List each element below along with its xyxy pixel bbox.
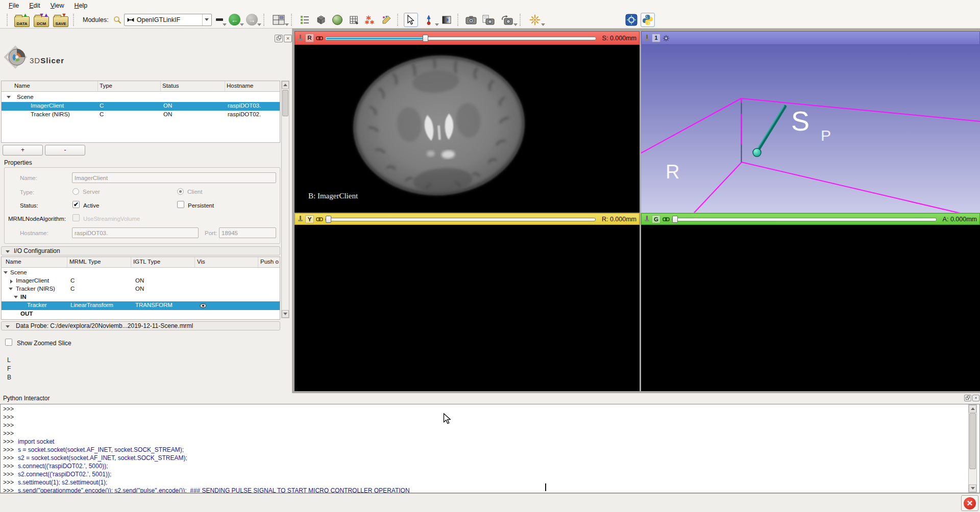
scroll-up-icon[interactable]	[282, 81, 289, 89]
threed-view[interactable]: 1	[641, 31, 980, 213]
place-fiducial-button[interactable]	[420, 13, 437, 27]
editor-button[interactable]	[379, 13, 394, 27]
io-row-tracker-nirs[interactable]: Tracker (NIRS) C ON	[2, 285, 280, 293]
red-slice-viewport[interactable]: B: ImagerClient	[295, 45, 640, 213]
hostname-input[interactable]	[72, 227, 199, 238]
persistent-checkbox[interactable]	[177, 201, 184, 208]
add-connector-button[interactable]: +	[3, 145, 43, 156]
yellow-slice-view[interactable]: Y R: 0.000mm	[295, 213, 640, 391]
combobox-dropdown-button[interactable]	[202, 14, 211, 25]
data-probe-header[interactable]: Data Probe: C:/dev/explora/20Noviemb...2…	[1, 321, 280, 330]
python-interactor-button[interactable]	[641, 13, 655, 27]
green-slice-viewport[interactable]	[641, 225, 980, 391]
expand-icon[interactable]	[14, 296, 18, 298]
volume-rendering-cube-button[interactable]	[314, 13, 328, 27]
scroll-down-icon[interactable]	[969, 484, 976, 492]
connector-name-input[interactable]	[72, 172, 276, 183]
slider-handle[interactable]	[423, 35, 428, 42]
error-log-button[interactable]: ✕	[961, 495, 978, 511]
expand-icon[interactable]	[10, 279, 13, 284]
pushpin-icon[interactable]	[298, 216, 303, 222]
red-view-label[interactable]: R	[305, 34, 314, 42]
io-configuration-header[interactable]: I/O Configuration	[1, 246, 280, 255]
show-zoomed-slice-label[interactable]: Show Zoomed Slice	[17, 340, 71, 347]
mouse-interaction-tool-button[interactable]	[404, 13, 418, 27]
col-igtl-type[interactable]: IGTL Type	[133, 259, 160, 265]
module-search-icon[interactable]	[113, 15, 122, 24]
crosshair-button[interactable]	[526, 13, 544, 27]
red-slice-view[interactable]: R S: 0.000mm	[295, 31, 640, 213]
expand-icon[interactable]	[4, 271, 8, 274]
col-status[interactable]: Status	[162, 83, 179, 89]
layout-selector-button[interactable]	[270, 13, 287, 27]
link-views-icon[interactable]	[316, 35, 323, 42]
connector-row-tracker[interactable]: Tracker (NIRS) C ON raspiDOT02.	[2, 111, 280, 119]
link-views-icon[interactable]	[663, 216, 670, 223]
show-module-list-button[interactable]	[298, 13, 312, 27]
col-type[interactable]: Type	[100, 83, 112, 89]
slider-handle[interactable]	[672, 216, 678, 223]
transforms-button[interactable]	[347, 13, 361, 27]
green-slice-view[interactable]: G A: 0.000mm	[641, 213, 980, 391]
models-sphere-button[interactable]	[330, 13, 345, 27]
green-view-label[interactable]: G	[652, 215, 660, 223]
threed-viewport[interactable]: R S P	[641, 45, 980, 213]
module-back-button[interactable]: ←	[227, 13, 242, 27]
scrollbar-thumb[interactable]	[969, 413, 976, 469]
green-slice-offset-slider[interactable]	[672, 216, 937, 223]
expand-icon[interactable]	[9, 288, 13, 290]
col-name[interactable]: Name	[6, 259, 21, 265]
io-row-in[interactable]: IN	[2, 293, 280, 301]
client-radio-label[interactable]: Client	[187, 189, 202, 195]
module-selector-combobox[interactable]: OpenIGTLinkIF	[124, 14, 212, 26]
extensions-manager-button[interactable]	[624, 13, 639, 27]
col-push[interactable]: Push o	[260, 259, 279, 265]
col-hostname[interactable]: Hostname	[227, 83, 253, 89]
view-options-icon[interactable]	[663, 35, 670, 42]
menu-help[interactable]: Help	[70, 1, 92, 10]
python-panel-close-icon[interactable]: ×	[972, 395, 979, 401]
active-checkbox-label[interactable]: Active	[83, 202, 99, 209]
pushpin-icon[interactable]	[298, 35, 303, 41]
threed-view-label[interactable]: 1	[652, 34, 660, 42]
module-forward-button[interactable]: →	[244, 13, 260, 27]
client-radio[interactable]	[177, 188, 184, 195]
active-checkbox[interactable]: ✔	[72, 201, 80, 208]
yellow-slice-viewport[interactable]	[295, 225, 640, 391]
use-streaming-volume-checkbox[interactable]	[72, 214, 80, 221]
remove-connector-button[interactable]: -	[45, 145, 85, 156]
slider-handle[interactable]	[326, 216, 331, 223]
load-data-button[interactable]: ▲ DATA	[13, 13, 31, 27]
connector-row-scene[interactable]: Scene	[2, 93, 280, 102]
scene-snapshot-button[interactable]	[480, 13, 497, 27]
python-panel-popup-icon[interactable]	[964, 395, 971, 401]
connector-row-imagerclient[interactable]: ImagerClient C ON raspiDOT03.	[2, 102, 280, 111]
show-zoomed-slice-checkbox[interactable]	[5, 339, 12, 346]
module-panel-scrollbar[interactable]	[281, 81, 289, 318]
panel-close-icon[interactable]: ×	[284, 35, 292, 42]
pushpin-icon[interactable]	[644, 35, 650, 41]
io-row-scene[interactable]: Scene	[2, 269, 280, 277]
visibility-eye-icon[interactable]	[200, 303, 207, 309]
scene-views-button[interactable]	[499, 13, 516, 27]
server-radio[interactable]	[72, 188, 79, 195]
yellow-view-label[interactable]: Y	[305, 215, 314, 223]
server-radio-label[interactable]: Server	[83, 189, 100, 195]
python-console[interactable]: >>> >>> >>> >>> >>>import socket >>>s = …	[0, 404, 980, 493]
persistent-checkbox-label[interactable]: Persistent	[188, 202, 214, 209]
load-dicom-button[interactable]: ▼ ▲ DCM	[33, 13, 50, 27]
col-mrml-type[interactable]: MRML Type	[69, 259, 101, 265]
io-row-out[interactable]: OUT	[2, 310, 280, 318]
scroll-down-icon[interactable]	[282, 310, 289, 318]
markups-fiducial-button[interactable]	[363, 13, 377, 27]
menu-view[interactable]: View	[46, 1, 69, 10]
save-button[interactable]: ▼ SAVE	[52, 13, 69, 27]
screenshot-button[interactable]	[464, 13, 478, 27]
io-row-imagerclient[interactable]: ImagerClient C ON	[2, 277, 280, 285]
link-views-icon[interactable]	[316, 216, 323, 223]
pushpin-icon[interactable]	[644, 216, 650, 222]
io-row-tracker-transform[interactable]: Tracker LinearTransform TRANSFORM	[2, 301, 280, 310]
scrollbar-thumb[interactable]	[282, 90, 288, 116]
menu-edit[interactable]: Edit	[24, 1, 45, 10]
port-input[interactable]	[219, 227, 276, 238]
